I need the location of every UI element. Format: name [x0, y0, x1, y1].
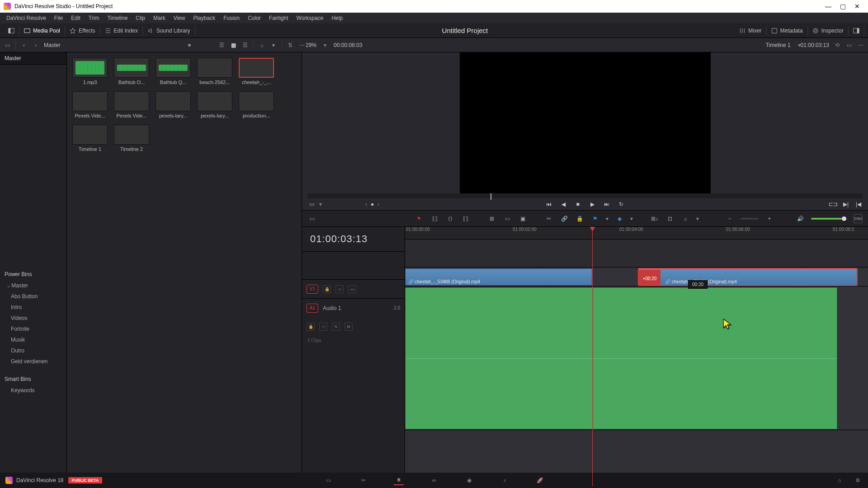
a1-mute-icon[interactable]: M [344, 323, 353, 331]
clip-thumb-8[interactable]: pexels-tary... [197, 91, 232, 118]
link-tool[interactable]: 🔗 [560, 214, 569, 223]
clip-thumb-11[interactable]: Timeline 2 [114, 125, 149, 152]
menu-playback[interactable]: Playback [189, 14, 219, 23]
clip-thumb-4[interactable]: cheetah_-_... [239, 58, 274, 85]
selection-tool[interactable] [415, 214, 424, 223]
lock-tool[interactable]: 🔒 [575, 214, 584, 223]
a1-auto-icon[interactable]: ◇ [319, 323, 327, 331]
play-button[interactable]: ▶ [588, 200, 596, 208]
dim-button[interactable]: DIM [854, 214, 863, 223]
reverse-button[interactable]: ◀ [559, 200, 567, 208]
metadata-toggle[interactable]: Metadata [767, 26, 808, 36]
stop-button[interactable]: ■ [574, 200, 582, 208]
view-grid-icon[interactable]: ▦ [230, 42, 237, 49]
inspector-toggle[interactable]: Inspector [808, 26, 849, 36]
menu-edit[interactable]: Edit [67, 14, 84, 23]
v1-track[interactable]: 🔗 cheetah_-_53486 (Original).mp4 +00:20 … [405, 267, 868, 286]
replace-clip[interactable]: ▣ [518, 214, 527, 223]
match-frame-icon[interactable]: ⊏⊐ [829, 200, 837, 208]
edit-index-toggle[interactable]: Edit Index [100, 26, 143, 36]
home-button[interactable]: ⌂ [835, 475, 844, 485]
next-clip-button[interactable]: ⏭ [603, 200, 611, 208]
more-viewer-icon[interactable]: ⋯ [857, 42, 864, 49]
v1-enable-icon[interactable]: ▭ [348, 285, 356, 293]
zoom-out[interactable]: − [725, 214, 734, 223]
mark-in-icon[interactable]: ▶| [842, 200, 850, 208]
dynamic-trim-tool[interactable]: ⟨⟩ [446, 214, 455, 223]
effects-toggle[interactable]: Effects [65, 26, 100, 36]
mixer-toggle[interactable]: Mixer [735, 26, 766, 36]
prev-clip-button[interactable]: ⏮ [545, 200, 553, 208]
a1-track[interactable] [405, 286, 868, 430]
viewer-scrubber[interactable] [307, 193, 863, 198]
maximize-button[interactable]: ▢ [835, 3, 850, 10]
clip-thumb-0[interactable]: 1.mp3 [72, 58, 108, 85]
powerbin-intro[interactable]: Intro [0, 302, 66, 313]
page-deliver[interactable]: 🚀 [535, 475, 545, 485]
clip-thumb-1[interactable]: Bathtub O... [114, 58, 149, 85]
insert-mode-icon[interactable]: ▭ [307, 200, 316, 208]
timeline-name[interactable]: Timeline 1 [766, 42, 791, 48]
mute-icon[interactable]: 🔊 [796, 214, 805, 223]
viewer-zoom[interactable]: 29% [306, 42, 316, 48]
link-sel-tool[interactable]: ⊡ [665, 214, 675, 223]
page-media[interactable]: ▭ [323, 475, 333, 485]
search-dd[interactable]: ▾ [270, 42, 277, 49]
clip-thumb-10[interactable]: Timeline 1 [72, 125, 108, 152]
mark-out-icon[interactable]: |◀ [854, 200, 863, 208]
trim-tool[interactable]: ⟦⟧ [430, 214, 439, 223]
powerbin-master[interactable]: ⌄ Master [0, 280, 66, 291]
menu-trim[interactable]: Trim [85, 14, 103, 23]
a1-track-header[interactable]: A1 Audio 1 2.0 [302, 298, 405, 317]
menu-workspace[interactable]: Workspace [293, 14, 327, 23]
clip-thumb-9[interactable]: production... [239, 91, 274, 118]
bypass-icon[interactable]: ⟲ [834, 42, 841, 49]
v1-track-header[interactable]: V1 🔒 ◇ ▭ [302, 279, 405, 298]
nav-fwd[interactable]: › [32, 42, 39, 49]
view-strip-icon[interactable]: ☰ [218, 42, 225, 49]
panel-right-toggle[interactable] [849, 26, 864, 36]
search-icon[interactable]: ⌕ [258, 42, 265, 49]
clip-thumb-2[interactable]: Bathtub Q... [156, 58, 191, 85]
page-color[interactable]: ◉ [464, 475, 474, 485]
clip-thumb-3[interactable]: beach-2562... [197, 58, 232, 85]
blade-single[interactable]: ✂ [544, 214, 553, 223]
sort-icon[interactable]: ⇅ [287, 42, 294, 49]
playhead[interactable] [592, 227, 593, 486]
menu-help[interactable]: Help [328, 14, 346, 23]
menu-resolve[interactable]: DaVinci Resolve [3, 14, 50, 23]
more-icon[interactable]: ⋯ [298, 42, 306, 49]
v1-lock-icon[interactable]: 🔒 [323, 285, 331, 293]
clip-1[interactable]: 🔗 cheetah_-_53486 (Original).mp4 [405, 268, 592, 286]
dual-view-icon[interactable]: ▭ [845, 42, 853, 49]
blade-tool[interactable]: ⟦⟧ [461, 214, 470, 223]
settings-button[interactable]: ⚙ [853, 475, 863, 485]
menu-color[interactable]: Color [244, 14, 264, 23]
timeline-view-opts[interactable]: ▭ [307, 214, 316, 223]
powerbin-geld[interactable]: Geld verdienen [0, 356, 66, 367]
v1-auto-icon[interactable]: ◇ [335, 285, 344, 293]
page-edit[interactable]: ≡ [394, 475, 404, 485]
nav-back[interactable]: ‹ [20, 42, 28, 49]
powerbin-musik[interactable]: Musik [0, 334, 66, 345]
menu-fusion[interactable]: Fusion [220, 14, 243, 23]
flag-tool[interactable]: ⚑ [590, 214, 599, 223]
minimize-button[interactable]: — [821, 3, 835, 10]
media-pool-toggle[interactable]: Media Pool [19, 26, 65, 36]
insert-clip[interactable]: ⊞ [487, 214, 496, 223]
clip-thumb-6[interactable]: Pexels Vide... [114, 91, 149, 118]
powerbin-abo[interactable]: Abo Button [0, 291, 66, 302]
menu-clip[interactable]: Clip [132, 14, 149, 23]
view-list-icon[interactable]: ☰ [241, 42, 249, 49]
menu-file[interactable]: File [51, 14, 66, 23]
loop-button[interactable]: ↻ [617, 200, 625, 208]
library-toggle[interactable] [4, 26, 19, 36]
a1-lock-icon[interactable]: 🔒 [307, 323, 315, 331]
audio-clip[interactable] [405, 287, 837, 429]
smartbin-keywords[interactable]: Keywords [0, 385, 66, 396]
menu-fairlight[interactable]: Fairlight [265, 14, 292, 23]
zoom-in[interactable]: + [765, 214, 774, 223]
marker-tool[interactable]: ◆ [615, 214, 624, 223]
menu-mark[interactable]: Mark [150, 14, 169, 23]
bin-view-icon[interactable]: ▭ [4, 42, 11, 49]
